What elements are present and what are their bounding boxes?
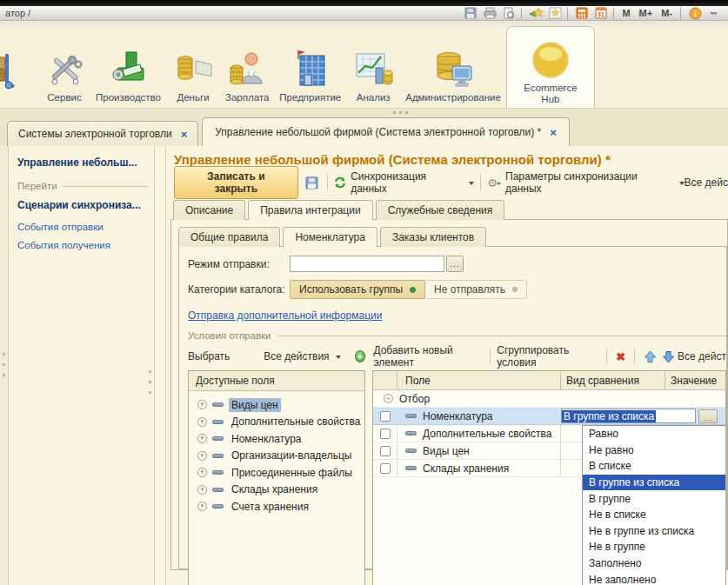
tab-service-info[interactable]: Служебные сведения — [376, 200, 505, 220]
move-down-icon[interactable] — [662, 350, 675, 363]
comparison-option-filled[interactable]: Заполнено — [583, 555, 726, 572]
subtab-customer-orders[interactable]: Заказы клиентов — [380, 227, 486, 247]
preview-icon[interactable] — [500, 7, 518, 20]
comparison-option-not-filled[interactable]: Не заполнено — [583, 571, 726, 585]
add-element-button[interactable]: + Добавить новый элемент — [355, 344, 484, 369]
conditions-body: Доступные поля +Виды цен +Дополнительные… — [188, 370, 726, 585]
info-icon[interactable]: i — [686, 7, 704, 20]
doc-tab-ecommerce-systems[interactable]: Системы электронной торговли × — [7, 121, 198, 146]
expand-icon[interactable]: + — [197, 451, 207, 461]
favorites-add-icon[interactable] — [527, 7, 544, 20]
delete-icon[interactable]: ✖ — [613, 350, 628, 363]
ribbon-section-service[interactable]: Сервис — [38, 26, 90, 108]
sidebar-splitter-handle[interactable] — [149, 370, 151, 394]
memory-m-minus-button[interactable]: M- — [657, 8, 677, 18]
ribbon-section-label: Администрирование — [405, 92, 501, 103]
toggle-no-send[interactable]: Не отправлять — [425, 280, 527, 299]
conditions-all-actions-button[interactable]: Все дейст — [678, 350, 726, 362]
toolbar-separator — [327, 175, 328, 190]
move-up-icon[interactable] — [644, 350, 657, 363]
memory-m-plus-button[interactable]: M+ — [635, 8, 658, 18]
row-checkbox[interactable] — [380, 411, 391, 422]
calendar-icon[interactable]: 31 — [592, 7, 610, 20]
chevron-down-icon — [469, 182, 474, 188]
sidebar-item-send-events[interactable]: События отправки — [17, 222, 149, 232]
fields-all-actions-button[interactable]: Все действия — [264, 350, 340, 362]
sidebar-item-receive-events[interactable]: События получения — [17, 240, 149, 250]
tab-description[interactable]: Описание — [173, 200, 245, 220]
sync-data-button[interactable]: Синхронизация данных — [334, 170, 474, 195]
send-mode-input[interactable] — [290, 256, 444, 272]
filter-group-row[interactable]: − Отбор — [373, 390, 725, 408]
subtab-nomenclature[interactable]: Номенклатура — [283, 227, 377, 247]
close-icon[interactable]: × — [181, 129, 188, 140]
memory-m-button[interactable]: M — [618, 8, 634, 18]
group-row-label: Отбор — [399, 393, 430, 405]
comparison-option-not-equal[interactable]: Не равно — [583, 442, 726, 459]
tree-item-storage-warehouses[interactable]: +Склады хранения — [192, 482, 361, 499]
tree-item-additional-properties[interactable]: +Дополнительные свойства — [192, 414, 361, 431]
row-checkbox-cell — [373, 408, 397, 424]
toggle-use-groups[interactable]: Использовать группы — [290, 280, 425, 299]
comparison-option-in-list[interactable]: В списке — [583, 458, 726, 475]
save-icon[interactable] — [462, 7, 479, 20]
ribbon-section-administration[interactable]: Администрирование — [400, 26, 506, 108]
comparison-option-in-group-from-list[interactable]: В группе из списка — [583, 475, 726, 491]
titlebar: атор / 31 M M+ M- i — [0, 6, 728, 21]
save-and-close-button[interactable]: Записать и закрыть — [174, 166, 298, 199]
ribbon-section-enterprise[interactable]: Предприятие — [274, 26, 346, 108]
tree-item-nomenclature[interactable]: +Номенклатура — [192, 430, 361, 448]
table-row-nomenclature[interactable]: Номенклатура В группе из списка ... — [373, 408, 725, 425]
row-checkbox[interactable] — [380, 429, 391, 439]
print-icon[interactable] — [481, 7, 498, 20]
ribbon-section-purchases[interactable]: ки — [0, 26, 38, 108]
splitter-handle[interactable] — [3, 353, 5, 376]
gold-sphere-icon — [530, 37, 571, 83]
all-actions-button[interactable]: Все дейс — [685, 176, 728, 189]
close-icon[interactable]: × — [550, 127, 557, 138]
ribbon-section-analysis[interactable]: Анализ — [346, 26, 400, 108]
expand-icon[interactable]: + — [197, 485, 207, 495]
ribbon-section-money[interactable]: Деньги — [166, 26, 220, 108]
comparison-option-not-in-group[interactable]: Не в группе — [583, 539, 726, 555]
row-checkbox-cell — [373, 460, 397, 476]
window-top-strip — [0, 0, 728, 6]
expand-icon[interactable]: + — [197, 417, 207, 427]
comparison-option-not-in-list[interactable]: Не в списке — [583, 507, 726, 523]
comparison-option-not-in-group-from-list[interactable]: Не в группе из списка — [583, 523, 726, 540]
expand-icon[interactable]: + — [197, 434, 207, 443]
tree-item-price-types[interactable]: +Виды цен — [192, 396, 361, 414]
ribbon-section-ecommerce-hub[interactable]: Ecommerce Hub — [506, 26, 595, 108]
sidebar-item-root[interactable]: Управление небольш... — [17, 156, 149, 169]
send-mode-choose-button[interactable]: ... — [446, 256, 464, 272]
extra-info-link[interactable]: Отправка дополнительной информации — [188, 309, 382, 322]
comparison-option-equal[interactable]: Равно — [583, 426, 726, 442]
save-icon[interactable] — [303, 174, 322, 191]
conditions-toolbar: Выбрать Все действия + Добавить новый эл… — [188, 346, 726, 367]
select-button[interactable]: Выбрать — [188, 350, 230, 362]
calculator-icon[interactable] — [573, 7, 591, 20]
comparison-choose-button[interactable]: ... — [698, 409, 718, 423]
expand-icon[interactable]: + — [197, 400, 207, 409]
tree-item-owner-organizations[interactable]: +Организации-владельцы — [192, 448, 361, 465]
comparison-option-in-group[interactable]: В группе — [583, 490, 726, 507]
tree-item-attached-files[interactable]: +Присоединенные файлы — [192, 464, 361, 482]
ribbon-section-production[interactable]: Производство — [90, 26, 166, 108]
ribbon-section-salary[interactable]: Зарплата — [220, 26, 274, 108]
row-checkbox[interactable] — [380, 463, 391, 474]
favorites-icon[interactable] — [546, 7, 564, 20]
sidebar-item-sync-scenarios[interactable]: Сценарии синхрониза... — [17, 199, 149, 211]
collapse-icon[interactable]: − — [384, 394, 393, 403]
row-checkbox[interactable] — [380, 446, 391, 456]
group-conditions-button[interactable]: Сгруппировать условия — [497, 344, 600, 369]
subtab-general-rules[interactable]: Общие правила — [178, 227, 280, 247]
doc-tab-small-firm[interactable]: Управление небольшой фирмой (Система эле… — [202, 117, 570, 146]
comparison-combo-editor[interactable]: В группе из списка — [561, 409, 696, 423]
tab-integration-rules[interactable]: Правила интеграции — [248, 200, 372, 220]
sync-params-button[interactable]: ⚙▸ Параметры синхронизации данных — [487, 170, 684, 195]
tree-item-storage-accounts[interactable]: +Счета хранения — [192, 498, 361, 515]
document-tab-bar: Системы электронной торговли × Управлени… — [0, 109, 728, 146]
group-title: Условия отправки — [188, 330, 270, 341]
expand-icon[interactable]: + — [197, 502, 207, 511]
expand-icon[interactable]: + — [197, 468, 207, 477]
